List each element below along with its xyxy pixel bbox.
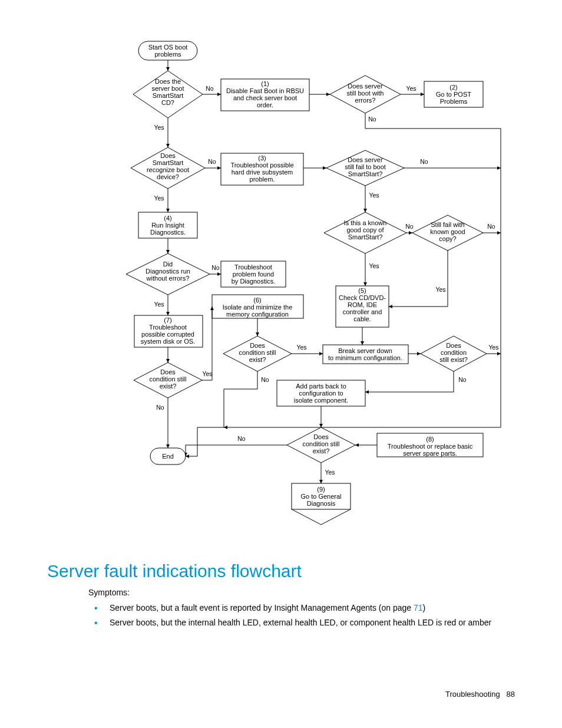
t: Does server	[348, 83, 383, 90]
svg-text:problems: problems	[154, 51, 181, 58]
bullet-text: Server boots, but a fault event is repor…	[110, 603, 414, 612]
t: condition	[441, 349, 467, 356]
t: condition still	[239, 349, 276, 356]
t: ROM, IDE	[348, 301, 377, 308]
t: SmartStart	[153, 159, 184, 166]
t: Troubleshoot	[149, 324, 187, 331]
t: No	[458, 376, 467, 383]
t: (1)	[261, 80, 269, 87]
t: End	[162, 453, 174, 460]
bullet-text: )	[423, 603, 426, 612]
t: Yes	[488, 344, 498, 351]
t: still fail to boot	[345, 163, 386, 170]
t: still exist?	[439, 356, 468, 363]
t: Diagnosis	[307, 500, 336, 507]
t: Does	[446, 342, 461, 349]
t: Does the	[155, 78, 181, 85]
t: server spare parts.	[403, 450, 457, 457]
t: No	[368, 116, 376, 123]
symptoms-label: Symptoms:	[88, 587, 515, 598]
flowchart-svg: .box { fill:#fff; stroke:#000; stroke-wi…	[88, 35, 513, 548]
t: Yes	[202, 370, 212, 377]
symptom-list: Server boots, but a fault event is repor…	[88, 602, 515, 628]
t: No	[156, 404, 164, 411]
t: memory configuration	[226, 311, 289, 318]
t: Still fail with	[431, 221, 464, 228]
t: Break server down	[338, 347, 392, 354]
t: configuration to	[299, 390, 343, 397]
t: CD?	[161, 99, 174, 106]
t: (9)	[317, 486, 325, 493]
t: Yes	[406, 85, 416, 92]
t: Yes	[154, 124, 164, 131]
t: exist?	[160, 383, 177, 390]
t: Is this a known	[344, 219, 387, 226]
t: No	[237, 435, 246, 442]
t: Does	[160, 152, 176, 159]
t: Troubleshoot possible	[230, 162, 293, 169]
t: Does server	[348, 156, 383, 163]
t: Problems	[440, 98, 468, 105]
t: system disk or OS.	[141, 338, 195, 345]
t: (8)	[426, 436, 434, 443]
t: possible corrupted	[141, 331, 194, 338]
t: Yes	[154, 195, 164, 202]
t: to minimum configuration.	[328, 354, 402, 361]
t: exist?	[313, 447, 330, 454]
t: Yes	[369, 262, 379, 269]
t: Yes	[154, 301, 164, 308]
t: errors?	[355, 97, 376, 104]
t: copy?	[439, 235, 456, 242]
t: device?	[157, 173, 179, 180]
t: server boot	[151, 85, 184, 92]
t: (5)	[358, 287, 366, 294]
t: Yes	[435, 286, 445, 293]
t: Go to POST	[436, 91, 471, 98]
t: Disable Fast Boot in RBSU	[226, 87, 304, 94]
t: recognize boot	[147, 166, 189, 173]
page: .box { fill:#fff; stroke:#000; stroke-wi…	[0, 0, 562, 728]
t: and check server boot	[233, 94, 297, 101]
t: Troubleshoot or replace basic	[388, 443, 473, 450]
t: Troubleshoot	[234, 263, 272, 271]
footer-page: 88	[507, 690, 515, 699]
t: without errors?	[146, 275, 190, 282]
t: No	[206, 85, 214, 92]
t: Did	[163, 261, 173, 268]
page-link[interactable]: 71	[414, 603, 423, 612]
list-item: Server boots, but the internal health LE…	[88, 617, 515, 628]
svg-text:Start OS boot: Start OS boot	[148, 44, 188, 51]
t: problem.	[250, 176, 275, 183]
t: SmartStart	[153, 92, 184, 99]
t: Yes	[296, 344, 306, 351]
list-item: Server boots, but a fault event is repor…	[88, 602, 515, 614]
t: Go to General	[300, 493, 341, 500]
t: SmartStart?	[348, 233, 383, 241]
bullet-text: Server boots, but the internal health LE…	[110, 618, 491, 627]
t: Does	[250, 342, 265, 349]
t: condition still	[150, 375, 187, 383]
t: Yes	[325, 469, 335, 476]
t: condition still	[303, 440, 340, 447]
t: No	[261, 376, 269, 383]
t: No	[405, 223, 414, 230]
t: Does	[160, 368, 176, 375]
t: problem found	[233, 271, 274, 278]
t: (4)	[164, 215, 171, 222]
t: SmartStart?	[348, 170, 383, 177]
flowchart: .box { fill:#fff; stroke:#000; stroke-wi…	[88, 35, 513, 551]
t: No	[208, 158, 216, 165]
t: good copy of	[347, 226, 385, 233]
t: controller and	[343, 308, 382, 315]
t: Add parts back to	[296, 383, 346, 390]
t: order.	[257, 101, 273, 108]
t: No	[211, 264, 220, 271]
t: Isolate and minimize the	[223, 304, 293, 311]
t: (7)	[164, 317, 171, 324]
t: Run Insight	[151, 222, 184, 229]
t: Start OS boot	[148, 44, 188, 51]
page-footer: Troubleshooting 88	[445, 690, 515, 699]
t: problems	[154, 51, 181, 58]
t: still boot with	[347, 90, 384, 97]
t: Does	[313, 433, 329, 440]
